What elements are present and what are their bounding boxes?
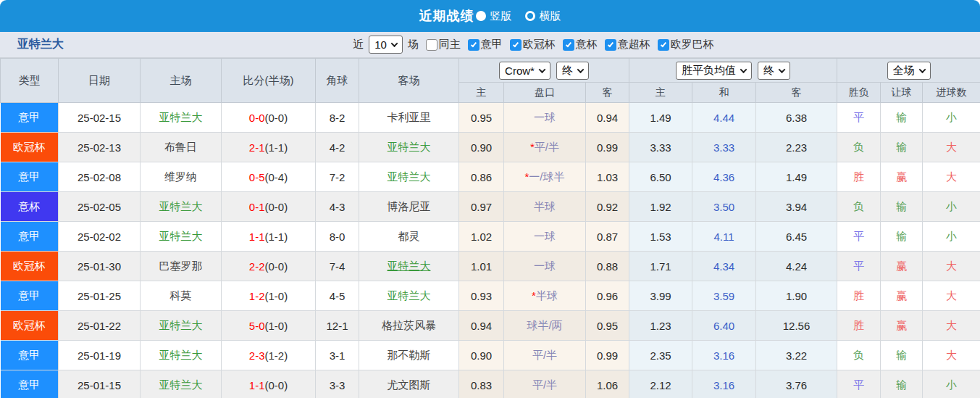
checkbox-label[interactable]: 意甲 <box>481 38 503 51</box>
result-wdl-cell: 平 <box>837 222 881 252</box>
avg-draw-cell: 6.40 <box>692 311 756 341</box>
odds-provider-select[interactable]: Crow* <box>499 62 550 80</box>
league-filter-checkbox[interactable] <box>563 39 574 51</box>
result-wdl-cell: 胜 <box>837 311 881 341</box>
avg-time-select[interactable]: 终 <box>758 62 790 80</box>
result-wdl-cell: 平 <box>837 370 881 398</box>
half-score: (0-4) <box>265 171 288 183</box>
corner-cell: 7-2 <box>316 162 359 192</box>
avg-home-cell: 3.33 <box>629 133 692 162</box>
col-header-type: 类型 <box>1 59 59 103</box>
subheader-result-wdl: 胜负 <box>837 83 881 103</box>
table-row: 欧冠杯25-01-30巴塞罗那2-2(0-0)7-4亚特兰大1.01一球0.88… <box>1 252 980 281</box>
handicap-cell: 一球 <box>504 252 586 281</box>
full-score: 2-1 <box>249 141 265 154</box>
league-filter-checkbox[interactable] <box>658 39 669 51</box>
result-handicap-cell: 输 <box>881 222 923 252</box>
league-filter-checkbox[interactable] <box>510 39 522 51</box>
subheader-avg-draw: 和 <box>692 83 756 103</box>
type-badge: 意甲 <box>1 222 59 252</box>
avg-draw-cell: 4.34 <box>692 252 756 281</box>
league-filter-checkbox[interactable] <box>468 39 479 51</box>
col-header-home: 主场 <box>141 59 222 103</box>
full-score: 0-0 <box>249 112 265 124</box>
full-score: 0-1 <box>249 201 265 213</box>
odds-away-cell: 0.88 <box>586 252 629 281</box>
away-team-cell: 都灵 <box>359 222 459 252</box>
away-team-cell: 亚特兰大 <box>359 133 459 162</box>
chevron-down-icon <box>538 66 545 73</box>
chevron-down-icon <box>740 66 747 73</box>
result-goals-cell: 小 <box>923 192 980 222</box>
recent-count-select[interactable]: 10 <box>369 36 403 54</box>
avg-provider-select[interactable]: 胜平负均值 <box>676 62 752 80</box>
checkbox-label[interactable]: 欧罗巴杯 <box>671 38 714 51</box>
odds-home-cell: 0.93 <box>459 281 504 311</box>
result-handicap-cell: 输 <box>881 103 923 133</box>
avg-away-cell: 3.76 <box>756 370 837 398</box>
avg-away-cell: 3.22 <box>756 341 837 370</box>
horizontal-layout-label[interactable]: 横版 <box>540 9 561 23</box>
half-score: (0-0) <box>265 201 288 213</box>
table-row: 欧冠杯25-01-22亚特兰大5-0(1-0)12-1格拉茨风暴0.94球半/两… <box>1 311 980 341</box>
handicap-text: 一球 <box>534 230 556 242</box>
result-goals-cell: 大 <box>923 133 980 162</box>
avg-draw-cell: 3.16 <box>692 370 756 398</box>
away-team-cell: 那不勒斯 <box>359 341 459 370</box>
full-score: 5-0 <box>249 320 265 332</box>
subheader-handicap: 盘口 <box>504 83 586 103</box>
half-score: (0-0) <box>265 112 288 124</box>
avg-draw-cell: 4.44 <box>692 103 756 133</box>
subheader-odds-home: 主 <box>459 83 504 103</box>
checkbox-label[interactable]: 同主 <box>439 38 461 51</box>
vertical-layout-radio[interactable] <box>476 11 486 21</box>
avg-draw-cell: 4.11 <box>692 222 756 252</box>
half-score: (0-0) <box>265 379 288 391</box>
subheader-odds-away: 客 <box>586 83 629 103</box>
checkbox-label[interactable]: 意超杯 <box>618 38 650 51</box>
odds-home-cell: 0.86 <box>459 162 504 192</box>
away-team-cell: 卡利亚里 <box>359 103 459 133</box>
checkmark-icon <box>471 41 477 47</box>
matches-label: 场 <box>408 38 419 51</box>
vertical-layout-label[interactable]: 竖版 <box>490 9 512 23</box>
full-score: 1-1 <box>249 379 265 391</box>
result-scope-select[interactable]: 全场 <box>887 62 931 80</box>
full-score: 2-3 <box>249 349 265 362</box>
type-badge: 意甲 <box>1 281 59 311</box>
corner-cell: 3-3 <box>316 370 359 398</box>
checkbox-label[interactable]: 欧冠杯 <box>523 38 556 51</box>
handicap-text: 球半/两 <box>527 319 562 331</box>
away-team-cell[interactable]: 亚特兰大 <box>359 252 459 281</box>
odds-away-cell: 1.06 <box>586 370 629 398</box>
avg-home-cell: 2.12 <box>629 370 692 398</box>
horizontal-layout-radio[interactable] <box>525 11 535 21</box>
checkmark-icon <box>513 41 519 47</box>
near-label: 近 <box>353 38 364 51</box>
home-team-cell: 维罗纳 <box>141 162 222 192</box>
checkbox-label[interactable]: 意杯 <box>576 38 598 51</box>
league-filter-group: 同主意甲欧冠杯意杯意超杯欧罗巴杯 <box>419 38 714 51</box>
subheader-avg-home: 主 <box>629 83 692 103</box>
half-score: (1-0) <box>265 320 288 332</box>
half-score: (1-0) <box>265 290 288 302</box>
result-goals-cell: 小 <box>923 103 980 133</box>
same-venue-checkbox[interactable] <box>426 39 437 51</box>
col-header-away: 客场 <box>359 59 459 103</box>
filter-controls: 近 10 场 同主意甲欧冠杯意杯意超杯欧罗巴杯 <box>353 36 714 54</box>
col-header-score: 比分(半场) <box>222 59 316 103</box>
odds-home-cell: 0.95 <box>459 103 504 133</box>
type-badge: 意甲 <box>1 341 59 370</box>
avg-draw-cell: 3.59 <box>692 281 756 311</box>
odds-time-select[interactable]: 终 <box>556 62 589 80</box>
score-cell: 2-1(1-1) <box>222 133 316 162</box>
subheader-result-handicap: 让球 <box>881 83 923 103</box>
date-cell: 25-02-13 <box>59 133 141 162</box>
filter-bar: 亚特兰大 近 10 场 同主意甲欧冠杯意杯意超杯欧罗巴杯 <box>0 32 980 58</box>
odds-away-cell: 0.99 <box>586 133 629 162</box>
avg-provider-value: 胜平负均值 <box>682 64 736 78</box>
handicap-cell: *一/球半 <box>504 162 586 192</box>
home-team-cell: 亚特兰大 <box>141 370 222 398</box>
league-filter-checkbox[interactable] <box>605 39 616 51</box>
odds-away-cell: 0.87 <box>586 222 629 252</box>
